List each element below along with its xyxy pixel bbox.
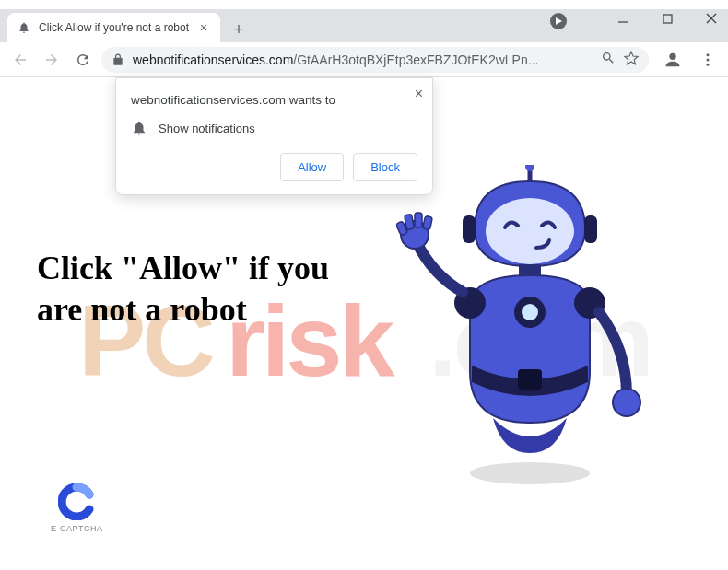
svg-rect-1 bbox=[663, 15, 672, 23]
profile-avatar[interactable] bbox=[660, 47, 686, 73]
svg-rect-27 bbox=[415, 213, 422, 227]
svg-point-6 bbox=[707, 53, 710, 56]
svg-marker-4 bbox=[556, 17, 562, 25]
svg-rect-17 bbox=[584, 215, 597, 243]
svg-rect-21 bbox=[518, 369, 542, 390]
tab-title: Click Allow if you're not a robot bbox=[39, 21, 189, 34]
window-controls bbox=[610, 6, 724, 31]
menu-button[interactable] bbox=[695, 47, 721, 73]
svg-point-5 bbox=[669, 52, 675, 59]
close-window-button[interactable] bbox=[699, 6, 724, 31]
back-button[interactable] bbox=[7, 47, 33, 73]
address-bar[interactable]: webnotificationservices.com/GtAArH3otqBX… bbox=[101, 47, 649, 73]
search-in-page-icon[interactable] bbox=[601, 51, 616, 68]
block-button[interactable]: Block bbox=[353, 153, 417, 181]
media-control-icon[interactable] bbox=[550, 13, 567, 29]
svg-point-14 bbox=[525, 165, 534, 171]
svg-point-7 bbox=[707, 58, 710, 61]
permission-origin-text: webnotificationservices.com wants to bbox=[131, 93, 417, 107]
svg-point-20 bbox=[522, 304, 538, 320]
bell-icon bbox=[131, 120, 147, 136]
svg-point-15 bbox=[486, 198, 574, 264]
browser-toolbar: webnotificationservices.com/GtAArH3otqBX… bbox=[0, 42, 728, 77]
page-content: PC risk .com Click "Allow" if you are no… bbox=[0, 77, 728, 570]
svg-point-12 bbox=[470, 462, 590, 484]
headline-text: Click "Allow" if you are not a robot bbox=[37, 248, 350, 331]
svg-rect-28 bbox=[423, 215, 433, 229]
reload-button[interactable] bbox=[70, 47, 96, 73]
forward-button[interactable] bbox=[39, 47, 65, 73]
minimize-button[interactable] bbox=[610, 6, 636, 31]
new-tab-button[interactable]: + bbox=[226, 17, 252, 42]
close-tab-button[interactable]: × bbox=[196, 20, 211, 35]
svg-rect-26 bbox=[405, 214, 415, 229]
allow-button[interactable]: Allow bbox=[280, 153, 344, 181]
robot-illustration bbox=[396, 165, 654, 500]
ecaptcha-label: E-CAPTCHA bbox=[51, 524, 103, 533]
ecaptcha-logo: E-CAPTCHA bbox=[51, 483, 103, 533]
close-prompt-button[interactable]: × bbox=[415, 86, 423, 102]
svg-point-8 bbox=[707, 63, 710, 65]
svg-rect-16 bbox=[463, 215, 476, 243]
permission-description: Show notifications bbox=[159, 122, 255, 135]
browser-tab[interactable]: Click Allow if you're not a robot × bbox=[7, 13, 220, 42]
maximize-button[interactable] bbox=[654, 6, 680, 31]
url-text: webnotificationservices.com/GtAArH3otqBX… bbox=[133, 52, 593, 67]
bell-icon bbox=[17, 20, 31, 35]
svg-point-29 bbox=[613, 389, 640, 416]
bookmark-star-icon[interactable] bbox=[623, 50, 640, 69]
notification-permission-prompt: × webnotificationservices.com wants to S… bbox=[115, 77, 433, 195]
lock-icon bbox=[111, 52, 125, 67]
